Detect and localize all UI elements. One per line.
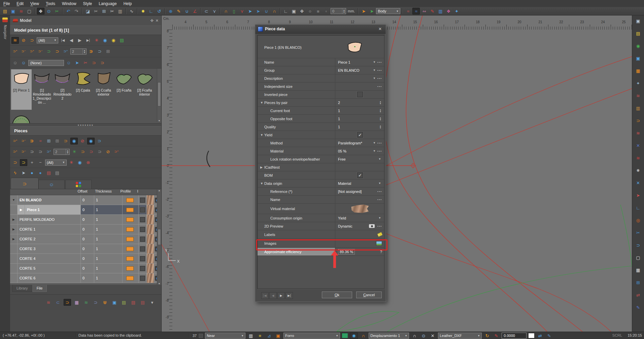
piece-arrow-icon[interactable]: ⊃	[54, 48, 61, 55]
filter-combo[interactable]: (All)▼	[37, 37, 58, 43]
page-icon[interactable]: ▢	[635, 254, 642, 261]
open-icon[interactable]: ▤	[1, 8, 9, 14]
redo-icon[interactable]: ↷	[73, 8, 80, 14]
copy-piece-icon[interactable]: ⊃	[96, 48, 103, 55]
pan-icon[interactable]: ✥	[37, 8, 44, 14]
row-delete-icon[interactable]: ⊘	[104, 148, 112, 155]
row-unlock-icon[interactable]: ⊃	[88, 148, 95, 155]
pieces-add-icon[interactable]: ⊃⁺	[11, 138, 19, 144]
next-piece-icon[interactable]: ▶	[76, 37, 83, 44]
wave-blue-icon[interactable]: ≈	[412, 8, 420, 14]
export-model-icon[interactable]: ≋	[18, 8, 25, 14]
stack-red-icon[interactable]: ≋	[635, 130, 642, 136]
snap-box-icon[interactable]: ▣	[290, 8, 298, 14]
field-value-images[interactable]	[335, 239, 384, 247]
thumbnail-scrollbar[interactable]: ▼	[157, 69, 161, 122]
field-value-labels[interactable]	[335, 230, 384, 239]
preview-monitor-icon[interactable]: ▣	[635, 18, 642, 24]
link-icon[interactable]: ⊂	[203, 8, 210, 14]
pieces-center-icon[interactable]: ✳	[68, 159, 75, 166]
view-pieces-icon[interactable]: ⊃	[11, 159, 19, 166]
corner-add-icon[interactable]: ∟	[147, 8, 155, 14]
doc-dxf-icon[interactable]: ▤	[139, 299, 146, 306]
field-value-opposite-foot[interactable]: 1▲▼	[335, 115, 384, 123]
navigator-icon[interactable]	[2, 18, 8, 22]
axis-mode-icon[interactable]: ∟	[282, 8, 290, 14]
detach-icon[interactable]: ✂	[82, 60, 89, 66]
row-ghost-icon[interactable]: ⊃	[96, 148, 103, 155]
cross-blue-icon[interactable]: ✕	[635, 142, 642, 149]
chart-icon[interactable]: ▥	[437, 8, 444, 14]
row-flat-icon[interactable]: ⊃	[79, 148, 87, 155]
efficiency-help-button[interactable]: ?	[380, 250, 382, 254]
undo-icon[interactable]: ↶	[65, 8, 72, 14]
menu-view[interactable]: View	[27, 1, 42, 7]
next-record-button[interactable]: ▶	[277, 292, 285, 299]
dialog-titlebar[interactable]: Piece data ✕	[255, 25, 386, 34]
table-row[interactable]: CORTE 501◉	[10, 264, 161, 273]
mirror-piece-icon[interactable]: ⊃	[96, 138, 103, 144]
bg-color-swatch[interactable]	[528, 333, 535, 338]
field-value-lock-rotation-envelope-leather[interactable]: Free▼	[335, 155, 384, 163]
profile-swatch[interactable]	[126, 266, 134, 271]
image-icon[interactable]	[376, 241, 382, 246]
person-add-icon[interactable]: ☺	[11, 60, 19, 66]
lamp-icon[interactable]: ✸	[635, 167, 642, 174]
trim-icon[interactable]: ✂	[53, 8, 61, 14]
pieces-stack-icon[interactable]: ⋑	[28, 138, 36, 144]
pieces-show-icon[interactable]: ◉	[76, 159, 83, 166]
barcode-icon[interactable]: ▥	[247, 332, 255, 339]
pieces-lock-icon[interactable]: ⊃	[62, 138, 69, 144]
pick-body-icon[interactable]: ➤	[368, 8, 375, 14]
navigator-tab[interactable]: Navigator	[3, 25, 7, 39]
row-pair-icon[interactable]: ⊃⁺	[45, 148, 53, 155]
none-field[interactable]: (None)	[28, 60, 64, 66]
pen-status-icon[interactable]: ✎	[545, 332, 553, 339]
field-value-2d-preview[interactable]: Dynamic···	[335, 222, 384, 230]
piece-thumbnail[interactable]: [2] Ccaña exterior	[93, 69, 114, 110]
first-piece-icon[interactable]: |◀	[59, 37, 67, 44]
invert-checkbox[interactable]	[140, 266, 145, 271]
zoom-icon[interactable]: ⊙	[45, 8, 53, 14]
field-value-group[interactable]: EN BLANCO▼···	[335, 66, 384, 74]
wave-pink-icon[interactable]: ∾	[420, 8, 428, 14]
save-icon[interactable]: ▣	[9, 8, 17, 14]
field-value-name[interactable]: Piece 1▼···	[335, 58, 384, 66]
sync-icon[interactable]: ⇄	[635, 292, 642, 298]
new-doc-icon[interactable]: ▢	[26, 8, 33, 14]
flip-icon[interactable]: ⊂	[54, 299, 62, 306]
copy-icon[interactable]: ⊞	[100, 8, 108, 14]
red-layers-icon[interactable]: ≋	[635, 92, 642, 99]
grid-remove-icon[interactable]: ▤	[54, 170, 61, 176]
menu-help[interactable]: Help	[120, 1, 135, 7]
dot-add-icon[interactable]: ●	[28, 170, 36, 176]
offset-spinner[interactable]: 0▲▼	[331, 8, 346, 14]
cut-icon[interactable]: ✂	[108, 8, 116, 14]
field-value-bom[interactable]: ✓	[335, 171, 384, 179]
lock2-icon[interactable]: ∩	[271, 8, 278, 14]
pieces-filter-combo[interactable]: (All)▼	[45, 160, 67, 166]
table-add-icon[interactable]: ⊞	[635, 279, 642, 286]
piece-thumbnail[interactable]	[11, 110, 32, 124]
remove-piece2-icon[interactable]: ⊃⁻	[37, 48, 44, 55]
tab-operators[interactable]: ☺	[38, 180, 65, 189]
menu-style[interactable]: Style	[80, 1, 96, 7]
move-icon[interactable]: ✥	[298, 8, 306, 14]
piece-thumbnail[interactable]: [2] Cpala	[73, 69, 93, 110]
person-flag-icon[interactable]: ☺	[20, 60, 27, 66]
pieces-mode-icon[interactable]: ⊃	[64, 299, 71, 306]
cancel-button[interactable]: Cancel	[356, 292, 382, 298]
field-value-icadnest[interactable]	[335, 163, 384, 171]
outline-view-icon[interactable]: ⊘	[20, 37, 27, 44]
pieces-remove-icon[interactable]: ⊃⁻	[20, 138, 27, 144]
piece-thumbnail[interactable]: [2] Fcaña	[114, 69, 134, 110]
table-row[interactable]: ▶PERFIL MOLDEADO01◉	[10, 215, 161, 225]
tool-x-icon[interactable]: ✕	[635, 179, 642, 186]
select-icon[interactable]: ➤	[255, 8, 262, 14]
field-value-material[interactable]: 05 %▼···	[335, 147, 384, 155]
layers-icon[interactable]: ≡	[256, 332, 264, 339]
field-value-name[interactable]: ···	[335, 196, 384, 203]
lasso-icon[interactable]: ○	[306, 8, 314, 14]
stamp-icon[interactable]: ◎	[635, 217, 642, 224]
pieces-pair-spinner[interactable]: 2▲▼	[54, 149, 70, 155]
